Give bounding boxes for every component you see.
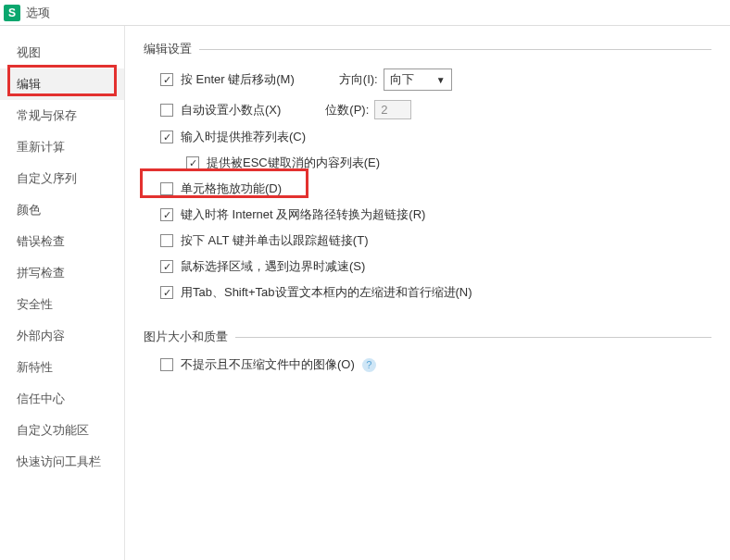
- checkbox-enter-move[interactable]: [160, 73, 173, 86]
- image-size-section: 图片大小和质量 不提示且不压缩文件中的图像(O) ?: [144, 329, 711, 382]
- checkbox-esc-list[interactable]: [186, 156, 199, 169]
- checkbox-auto-decimal[interactable]: [160, 104, 173, 117]
- checkbox-url-link[interactable]: [160, 208, 173, 221]
- sidebar-item-edit[interactable]: 编辑: [0, 68, 124, 100]
- label-esc-list: 提供被ESC键取消的内容列表(E): [207, 155, 380, 171]
- sidebar: 视图 编辑 常规与保存 重新计算 自定义序列 颜色 错误检查 拼写检查 安全性 …: [0, 26, 125, 560]
- label-direction: 方向(I):: [339, 71, 378, 88]
- direction-value: 向下: [390, 71, 414, 88]
- label-url-link: 键入时将 Internet 及网络路径转换为超链接(R): [181, 206, 425, 223]
- sidebar-item-view[interactable]: 视图: [0, 37, 124, 68]
- checkbox-alt-click[interactable]: [160, 234, 173, 247]
- checkbox-tab-indent[interactable]: [160, 286, 173, 299]
- window-title: 选项: [26, 5, 50, 21]
- sidebar-item-color[interactable]: 颜色: [0, 194, 124, 226]
- edit-settings-section: 编辑设置 按 Enter 键后移动(M) 方向(I): 向下 ▼ 自动设置小数点…: [144, 41, 711, 310]
- edit-settings-legend: 编辑设置: [144, 41, 199, 57]
- label-no-compress: 不提示且不压缩文件中的图像(O): [181, 356, 355, 373]
- main-panel: 编辑设置 按 Enter 键后移动(M) 方向(I): 向下 ▼ 自动设置小数点…: [125, 26, 730, 560]
- sidebar-item-error-check[interactable]: 错误检查: [0, 226, 124, 257]
- label-alt-click: 按下 ALT 键并单击以跟踪超链接(T): [181, 232, 368, 249]
- sidebar-item-custom-ribbon[interactable]: 自定义功能区: [0, 415, 124, 446]
- sidebar-item-security[interactable]: 安全性: [0, 289, 124, 320]
- chevron-down-icon: ▼: [436, 75, 446, 85]
- direction-select[interactable]: 向下 ▼: [384, 68, 452, 91]
- checkbox-mouse-select[interactable]: [160, 260, 173, 273]
- titlebar: S 选项: [0, 0, 730, 26]
- app-icon: S: [4, 5, 20, 21]
- checkbox-suggest-list[interactable]: [160, 131, 173, 143]
- sidebar-item-new-feature[interactable]: 新特性: [0, 352, 124, 383]
- sidebar-item-spell-check[interactable]: 拼写检查: [0, 257, 124, 289]
- label-places: 位数(P):: [325, 102, 369, 118]
- label-mouse-select: 鼠标选择区域，遇到边界时减速(S): [181, 258, 365, 275]
- label-drag-drop: 单元格拖放功能(D): [181, 180, 282, 197]
- sidebar-item-quick-toolbar[interactable]: 快速访问工具栏: [0, 446, 124, 478]
- sidebar-item-recalc[interactable]: 重新计算: [0, 131, 124, 163]
- checkbox-no-compress[interactable]: [160, 358, 173, 371]
- sidebar-item-custom-seq[interactable]: 自定义序列: [0, 163, 124, 194]
- label-tab-indent: 用Tab、Shift+Tab设置文本框内的左缩进和首行缩进(N): [181, 284, 472, 301]
- checkbox-drag-drop[interactable]: [160, 182, 173, 195]
- sidebar-item-trust[interactable]: 信任中心: [0, 383, 124, 415]
- label-auto-decimal: 自动设置小数点(X): [181, 102, 281, 118]
- help-icon[interactable]: ?: [362, 358, 376, 372]
- label-suggest-list: 输入时提供推荐列表(C): [181, 129, 306, 145]
- sidebar-item-external[interactable]: 外部内容: [0, 320, 124, 352]
- label-enter-move: 按 Enter 键后移动(M): [181, 71, 295, 88]
- image-size-legend: 图片大小和质量: [144, 329, 235, 345]
- sidebar-item-general-save[interactable]: 常规与保存: [0, 100, 124, 131]
- places-input: 2: [374, 100, 411, 119]
